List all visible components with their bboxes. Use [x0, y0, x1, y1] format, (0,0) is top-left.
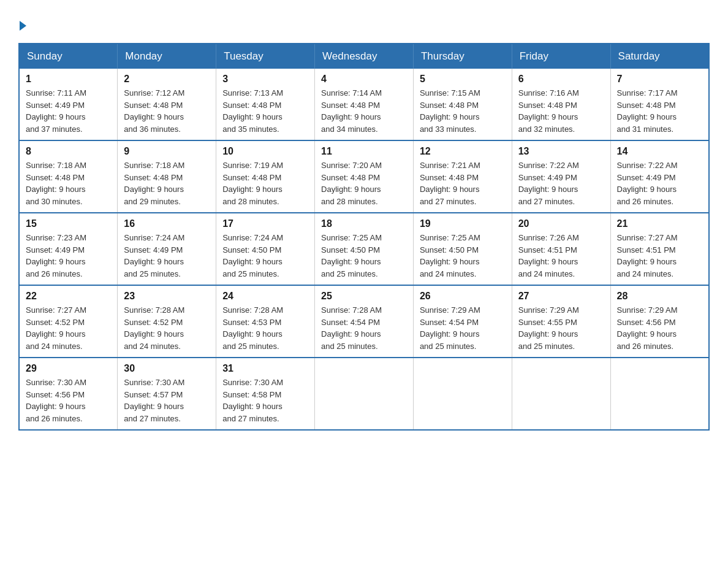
calendar-cell: 18Sunrise: 7:25 AMSunset: 4:50 PMDayligh… — [315, 213, 414, 285]
calendar-cell — [610, 358, 709, 430]
day-info: Sunrise: 7:17 AMSunset: 4:48 PMDaylight:… — [617, 87, 702, 135]
calendar-cell: 14Sunrise: 7:22 AMSunset: 4:49 PMDayligh… — [610, 140, 709, 213]
day-info: Sunrise: 7:26 AMSunset: 4:51 PMDaylight:… — [518, 232, 604, 280]
calendar-cell: 23Sunrise: 7:28 AMSunset: 4:52 PMDayligh… — [118, 285, 216, 358]
calendar-cell: 4Sunrise: 7:14 AMSunset: 4:48 PMDaylight… — [315, 69, 414, 140]
day-info: Sunrise: 7:24 AMSunset: 4:49 PMDaylight:… — [124, 232, 210, 280]
calendar-cell: 7Sunrise: 7:17 AMSunset: 4:48 PMDaylight… — [610, 69, 709, 140]
day-info: Sunrise: 7:27 AMSunset: 4:51 PMDaylight:… — [617, 232, 702, 280]
day-info: Sunrise: 7:28 AMSunset: 4:54 PMDaylight:… — [321, 304, 407, 352]
day-info: Sunrise: 7:19 AMSunset: 4:48 PMDaylight:… — [222, 159, 308, 207]
day-info: Sunrise: 7:30 AMSunset: 4:58 PMDaylight:… — [222, 377, 308, 424]
calendar-cell: 16Sunrise: 7:24 AMSunset: 4:49 PMDayligh… — [118, 213, 216, 285]
day-number: 26 — [420, 291, 506, 302]
calendar-cell: 31Sunrise: 7:30 AMSunset: 4:58 PMDayligh… — [216, 358, 315, 430]
calendar-cell: 21Sunrise: 7:27 AMSunset: 4:51 PMDayligh… — [610, 213, 709, 285]
calendar-week-row: 15Sunrise: 7:23 AMSunset: 4:49 PMDayligh… — [19, 213, 709, 285]
day-info: Sunrise: 7:18 AMSunset: 4:48 PMDaylight:… — [26, 159, 111, 207]
day-info: Sunrise: 7:22 AMSunset: 4:49 PMDaylight:… — [617, 159, 702, 207]
day-of-week-header: Wednesday — [315, 44, 414, 69]
calendar-body: 1Sunrise: 7:11 AMSunset: 4:49 PMDaylight… — [19, 69, 709, 430]
day-number: 11 — [321, 146, 407, 157]
day-info: Sunrise: 7:21 AMSunset: 4:48 PMDaylight:… — [420, 159, 506, 207]
day-info: Sunrise: 7:25 AMSunset: 4:50 PMDaylight:… — [420, 232, 506, 280]
calendar-week-row: 29Sunrise: 7:30 AMSunset: 4:56 PMDayligh… — [19, 358, 709, 430]
day-info: Sunrise: 7:29 AMSunset: 4:54 PMDaylight:… — [420, 304, 506, 352]
calendar-table: SundayMondayTuesdayWednesdayThursdayFrid… — [18, 43, 710, 431]
day-number: 16 — [124, 218, 210, 229]
calendar-cell: 27Sunrise: 7:29 AMSunset: 4:55 PMDayligh… — [512, 285, 610, 358]
day-of-week-header: Saturday — [610, 44, 709, 69]
day-info: Sunrise: 7:27 AMSunset: 4:52 PMDaylight:… — [26, 304, 111, 352]
calendar-cell: 15Sunrise: 7:23 AMSunset: 4:49 PMDayligh… — [19, 213, 118, 285]
calendar-cell: 12Sunrise: 7:21 AMSunset: 4:48 PMDayligh… — [413, 140, 512, 213]
calendar-cell: 3Sunrise: 7:13 AMSunset: 4:48 PMDaylight… — [216, 69, 315, 140]
day-number: 10 — [222, 146, 308, 157]
day-number: 18 — [321, 218, 407, 229]
day-number: 27 — [518, 291, 604, 302]
calendar-header: SundayMondayTuesdayWednesdayThursdayFrid… — [19, 44, 709, 69]
calendar-cell: 29Sunrise: 7:30 AMSunset: 4:56 PMDayligh… — [19, 358, 118, 430]
calendar-cell: 11Sunrise: 7:20 AMSunset: 4:48 PMDayligh… — [315, 140, 414, 213]
day-info: Sunrise: 7:29 AMSunset: 4:56 PMDaylight:… — [617, 304, 702, 352]
calendar-cell: 17Sunrise: 7:24 AMSunset: 4:50 PMDayligh… — [216, 213, 315, 285]
calendar-cell: 8Sunrise: 7:18 AMSunset: 4:48 PMDaylight… — [19, 140, 118, 213]
day-number: 20 — [518, 218, 604, 229]
calendar-week-row: 1Sunrise: 7:11 AMSunset: 4:49 PMDaylight… — [19, 69, 709, 140]
calendar-cell: 30Sunrise: 7:30 AMSunset: 4:57 PMDayligh… — [118, 358, 216, 430]
day-of-week-header: Friday — [512, 44, 610, 69]
day-info: Sunrise: 7:12 AMSunset: 4:48 PMDaylight:… — [124, 87, 210, 135]
day-number: 25 — [321, 291, 407, 302]
logo-arrow-icon — [20, 21, 26, 31]
calendar-cell — [512, 358, 610, 430]
calendar-cell: 9Sunrise: 7:18 AMSunset: 4:48 PMDaylight… — [118, 140, 216, 213]
calendar-cell: 13Sunrise: 7:22 AMSunset: 4:49 PMDayligh… — [512, 140, 610, 213]
day-info: Sunrise: 7:30 AMSunset: 4:56 PMDaylight:… — [26, 377, 111, 424]
day-number: 31 — [222, 363, 308, 374]
calendar-cell: 6Sunrise: 7:16 AMSunset: 4:48 PMDaylight… — [512, 69, 610, 140]
day-info: Sunrise: 7:24 AMSunset: 4:50 PMDaylight:… — [222, 232, 308, 280]
day-info: Sunrise: 7:16 AMSunset: 4:48 PMDaylight:… — [518, 87, 604, 135]
day-number: 19 — [420, 218, 506, 229]
day-number: 30 — [124, 363, 210, 374]
day-info: Sunrise: 7:18 AMSunset: 4:48 PMDaylight:… — [124, 159, 210, 207]
day-number: 22 — [26, 291, 111, 302]
day-number: 29 — [26, 363, 111, 374]
day-number: 21 — [617, 218, 702, 229]
day-number: 23 — [124, 291, 210, 302]
calendar-cell: 10Sunrise: 7:19 AMSunset: 4:48 PMDayligh… — [216, 140, 315, 213]
day-info: Sunrise: 7:28 AMSunset: 4:53 PMDaylight:… — [222, 304, 308, 352]
day-number: 12 — [420, 146, 506, 157]
day-number: 8 — [26, 146, 111, 157]
day-number: 13 — [518, 146, 604, 157]
calendar-cell: 5Sunrise: 7:15 AMSunset: 4:48 PMDaylight… — [413, 69, 512, 140]
calendar-cell: 24Sunrise: 7:28 AMSunset: 4:53 PMDayligh… — [216, 285, 315, 358]
day-info: Sunrise: 7:28 AMSunset: 4:52 PMDaylight:… — [124, 304, 210, 352]
day-info: Sunrise: 7:30 AMSunset: 4:57 PMDaylight:… — [124, 377, 210, 424]
calendar-cell — [413, 358, 512, 430]
page-header — [18, 18, 710, 31]
day-info: Sunrise: 7:25 AMSunset: 4:50 PMDaylight:… — [321, 232, 407, 280]
day-number: 17 — [222, 218, 308, 229]
calendar-week-row: 8Sunrise: 7:18 AMSunset: 4:48 PMDaylight… — [19, 140, 709, 213]
day-number: 2 — [124, 74, 210, 85]
day-of-week-header: Sunday — [19, 44, 118, 69]
days-of-week-row: SundayMondayTuesdayWednesdayThursdayFrid… — [19, 44, 709, 69]
day-number: 3 — [222, 74, 308, 85]
day-of-week-header: Tuesday — [216, 44, 315, 69]
day-number: 14 — [617, 146, 702, 157]
day-info: Sunrise: 7:13 AMSunset: 4:48 PMDaylight:… — [222, 87, 308, 135]
day-info: Sunrise: 7:11 AMSunset: 4:49 PMDaylight:… — [26, 87, 111, 135]
day-info: Sunrise: 7:20 AMSunset: 4:48 PMDaylight:… — [321, 159, 407, 207]
day-number: 4 — [321, 74, 407, 85]
day-number: 7 — [617, 74, 702, 85]
day-number: 9 — [124, 146, 210, 157]
day-info: Sunrise: 7:23 AMSunset: 4:49 PMDaylight:… — [26, 232, 111, 280]
day-info: Sunrise: 7:22 AMSunset: 4:49 PMDaylight:… — [518, 159, 604, 207]
day-of-week-header: Thursday — [413, 44, 512, 69]
day-number: 15 — [26, 218, 111, 229]
day-number: 6 — [518, 74, 604, 85]
day-number: 24 — [222, 291, 308, 302]
calendar-cell: 22Sunrise: 7:27 AMSunset: 4:52 PMDayligh… — [19, 285, 118, 358]
day-number: 28 — [617, 291, 702, 302]
